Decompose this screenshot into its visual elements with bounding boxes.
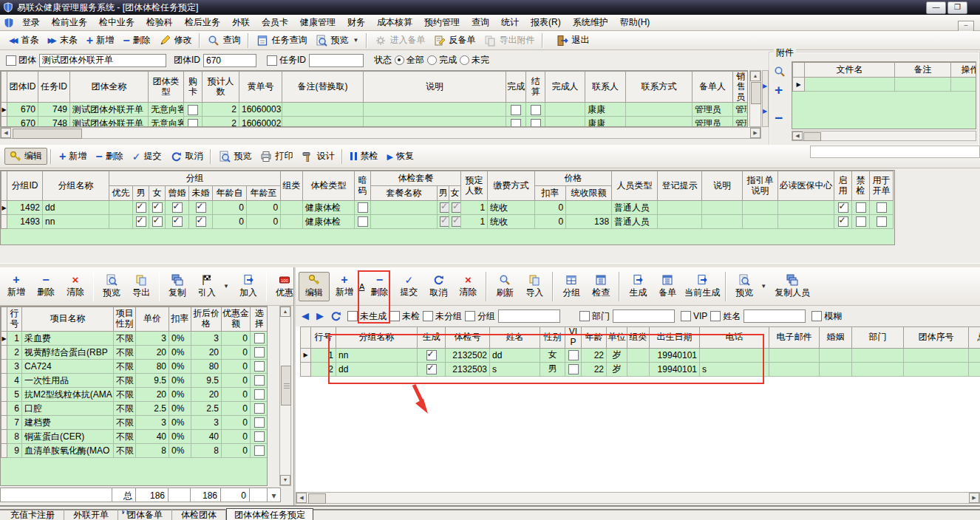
- cell[interactable]: 测试团体外联开单: [70, 117, 149, 127]
- people-refresh-button[interactable]: 刷新: [490, 273, 520, 301]
- cell[interactable]: [251, 444, 268, 458]
- checkbox[interactable]: [568, 364, 579, 374]
- cell[interactable]: 5: [7, 388, 22, 402]
- dept-checkbox[interactable]: [579, 311, 590, 321]
- item-copy-button[interactable]: 复制: [163, 273, 192, 301]
- task-query-button[interactable]: 任务查询: [252, 32, 311, 48]
- print-button[interactable]: 打印: [256, 148, 297, 164]
- task-horizontal-scrollbar[interactable]: ◀ ▶: [0, 127, 761, 139]
- cell[interactable]: 不限: [114, 374, 136, 388]
- menu-item[interactable]: 健康管理: [294, 15, 341, 30]
- cell[interactable]: 0: [222, 388, 251, 402]
- column-header[interactable]: 结算: [526, 72, 545, 103]
- column-header[interactable]: 套餐名称: [371, 186, 438, 201]
- column-header[interactable]: 分组名称: [43, 171, 109, 201]
- cell[interactable]: 8: [7, 430, 22, 444]
- cell[interactable]: 16060002: [239, 117, 282, 127]
- cell[interactable]: [769, 348, 820, 362]
- items-vertical-scrollbar[interactable]: ▲ ▼: [279, 306, 291, 486]
- column-header[interactable]: 团体全称: [70, 72, 149, 103]
- cell[interactable]: [371, 215, 438, 229]
- dropdown-arrow-icon[interactable]: ▼: [223, 283, 229, 290]
- item-import-button[interactable]: 引入: [192, 273, 222, 301]
- cell[interactable]: 0: [213, 215, 247, 229]
- checkbox[interactable]: [188, 105, 198, 115]
- table-row[interactable]: 9血清单胺氧化酶(MAO不限80%80: [1, 444, 268, 458]
- cell[interactable]: CA724: [22, 360, 114, 374]
- cell[interactable]: [251, 430, 268, 444]
- item-add-button[interactable]: +新增: [1, 273, 31, 300]
- cell[interactable]: [565, 362, 582, 376]
- cell[interactable]: [251, 416, 268, 430]
- group-name-input[interactable]: 测试团体外联开单: [39, 54, 166, 67]
- checkbox[interactable]: [856, 216, 866, 227]
- column-header[interactable]: 团体ID: [7, 72, 38, 103]
- people-check-button[interactable]: 检查: [586, 273, 616, 301]
- column-header[interactable]: 性别: [540, 327, 565, 349]
- column-header[interactable]: 年龄: [582, 327, 607, 349]
- cell[interactable]: dd: [336, 362, 418, 376]
- cell[interactable]: [109, 201, 133, 215]
- cell[interactable]: 670: [7, 117, 38, 127]
- people-cancel-button[interactable]: 取消: [423, 273, 453, 301]
- expand-arrow-icon[interactable]: ▶: [763, 108, 767, 114]
- cell[interactable]: [526, 103, 545, 117]
- cell[interactable]: [251, 374, 268, 388]
- collapse-strip[interactable]: ▶ ▶: [762, 70, 769, 127]
- column-header[interactable]: 扣率: [535, 186, 566, 201]
- cell[interactable]: [418, 362, 446, 376]
- column-header[interactable]: 指引单说明: [743, 171, 778, 201]
- cell[interactable]: 0: [222, 416, 251, 430]
- cell[interactable]: [852, 348, 904, 362]
- column-header[interactable]: 联系人: [585, 72, 626, 103]
- cell[interactable]: 不限: [114, 332, 136, 346]
- table-row[interactable]: 5抗M2型线粒体抗(AMA不限200%200: [1, 388, 268, 402]
- cell[interactable]: 1: [461, 201, 488, 215]
- group-submit-button[interactable]: ✓提交: [128, 148, 166, 164]
- scroll-right-button[interactable]: ▶: [969, 493, 979, 503]
- checkbox[interactable]: [440, 202, 449, 213]
- cell[interactable]: [852, 215, 870, 229]
- column-header[interactable]: VIP: [565, 327, 582, 349]
- cell[interactable]: 0: [222, 430, 251, 444]
- totals-dropdown[interactable]: ▾: [268, 488, 281, 502]
- modify-button[interactable]: 修改: [154, 32, 196, 48]
- design-button[interactable]: 设计: [297, 148, 338, 164]
- cell[interactable]: [281, 201, 303, 215]
- cell[interactable]: 0%: [169, 430, 191, 444]
- column-header[interactable]: 操作日期: [951, 63, 977, 78]
- scrollbar-thumb[interactable]: [281, 366, 291, 406]
- group-filter-checkbox[interactable]: [6, 55, 16, 66]
- scroll-up-button[interactable]: ▲: [280, 307, 290, 317]
- checkbox[interactable]: [568, 350, 579, 360]
- group-add-button[interactable]: +新增: [55, 148, 91, 164]
- column-header[interactable]: 女: [149, 186, 166, 201]
- item-delete-button[interactable]: −删除: [31, 273, 61, 300]
- people-a-button[interactable]: A: [359, 282, 364, 291]
- cell[interactable]: 0: [247, 201, 281, 215]
- cell[interactable]: [545, 103, 585, 117]
- table-row[interactable]: 6口腔不限2.50%2.50: [1, 402, 268, 416]
- cell[interactable]: 670: [7, 103, 38, 117]
- cell[interactable]: [355, 201, 371, 215]
- column-header[interactable]: 姓名: [490, 327, 540, 349]
- cell[interactable]: 2: [203, 117, 239, 127]
- cell[interactable]: 康康: [585, 103, 626, 117]
- column-header[interactable]: 年龄至: [247, 186, 281, 201]
- not-grouped-checkbox[interactable]: [423, 311, 433, 321]
- checkbox[interactable]: [254, 333, 265, 343]
- column-header[interactable]: 项目性别: [114, 307, 136, 332]
- people-preview-button[interactable]: 预览: [729, 273, 759, 301]
- table-row[interactable]: 3CA724不限800%800: [1, 360, 268, 374]
- column-header[interactable]: 婚姻: [820, 327, 852, 349]
- checkbox[interactable]: [152, 216, 163, 227]
- checkbox[interactable]: [188, 119, 198, 127]
- cell[interactable]: [904, 348, 969, 362]
- cell[interactable]: 2.5: [136, 402, 169, 416]
- cell[interactable]: [626, 103, 693, 117]
- people-memo-button[interactable]: 备单: [653, 273, 682, 301]
- column-header[interactable]: 单价: [136, 307, 169, 332]
- cell[interactable]: 视黄醇结合蛋白(RBP: [22, 346, 114, 360]
- cell[interactable]: 2132502: [446, 348, 490, 362]
- checkbox[interactable]: [254, 403, 265, 414]
